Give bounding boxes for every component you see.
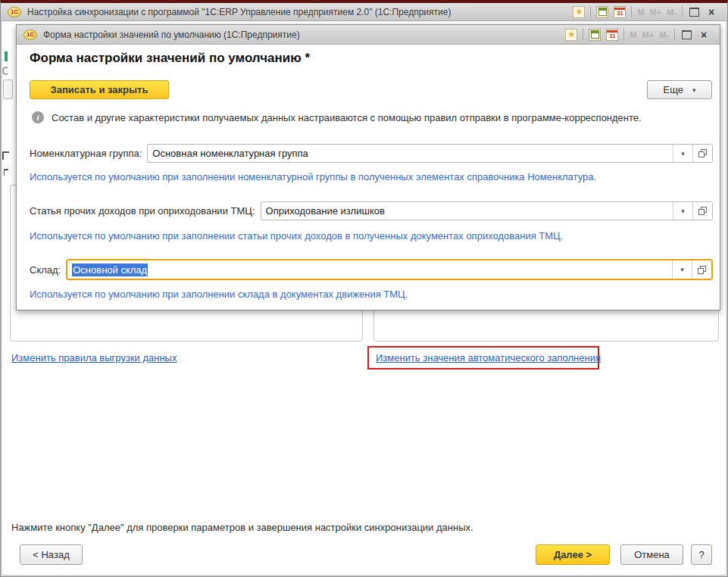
default-values-dialog: 1С Форма настройки значений по умолчанию…: [16, 24, 720, 310]
field-label: Склад:: [30, 264, 61, 276]
field-label: Номенклатурная группа:: [30, 148, 142, 159]
favorites-icon[interactable]: ★: [573, 6, 585, 18]
dropdown-button[interactable]: ▾: [672, 260, 692, 279]
chevron-down-icon: ▾: [681, 207, 685, 215]
occluded-content-fragment: [3, 80, 13, 99]
field-row-nomenclature-group: Номенклатурная группа: Основная номенкла…: [30, 144, 713, 163]
combobox-value[interactable]: Основной склад: [67, 260, 672, 279]
cancel-button[interactable]: Отмена: [620, 544, 683, 565]
change-autofill-values-link[interactable]: Изменить значения автоматического заполн…: [376, 352, 601, 363]
modal-title: Форма настройки значений по умолчанию (1…: [43, 30, 300, 40]
chevron-down-icon: ▾: [681, 150, 685, 158]
open-icon: [698, 149, 707, 158]
titlebar-divider: [623, 29, 624, 40]
calculator-icon[interactable]: [596, 6, 608, 18]
occluded-content-fragment: [2, 67, 9, 75]
open-button[interactable]: [692, 145, 712, 162]
memory-m-plus-button: М+: [642, 30, 655, 39]
change-upload-rules-link[interactable]: Изменить правила выгрузки данных: [11, 352, 177, 363]
occluded-content-fragment: [2, 151, 9, 160]
nomenclature-group-combobox: Основная номенклатурная группа ▾: [147, 144, 713, 163]
warehouse-combobox: Основной склад ▾: [66, 259, 713, 280]
calculator-icon[interactable]: [589, 29, 601, 41]
memory-m-button: М: [637, 8, 644, 17]
occluded-content-fragment: [4, 169, 8, 176]
close-icon[interactable]: ×: [705, 6, 717, 18]
field-hint: Используется по умолчанию при заполнении…: [30, 288, 408, 300]
field-row-other-income-item: Статья прочих доходов при оприходовании …: [30, 201, 713, 220]
chevron-down-icon: ▾: [692, 86, 696, 94]
info-text: Состав и другие характеристики получаемы…: [52, 112, 642, 123]
memory-m-button: М: [630, 30, 636, 39]
dropdown-button[interactable]: ▾: [673, 202, 692, 220]
combobox-value[interactable]: Оприходование излишков: [261, 202, 673, 220]
field-hint: Используется по умолчанию при заполнении…: [30, 230, 563, 242]
modal-titlebar: 1С Форма настройки значений по умолчанию…: [17, 25, 720, 45]
back-window: 1С Настройка синхронизации с программой …: [0, 0, 728, 577]
open-icon: [698, 207, 707, 215]
open-icon: [698, 266, 706, 274]
save-and-close-button[interactable]: Записать и закрыть: [30, 80, 169, 99]
next-button[interactable]: Далее >: [536, 544, 610, 565]
titlebar-divider: [674, 29, 675, 40]
occluded-content-fragment: [5, 51, 8, 61]
info-banner: i Состав и другие характеристики получае…: [32, 111, 642, 123]
memory-m-plus-button: М+: [650, 8, 662, 17]
info-icon: i: [32, 111, 44, 123]
back-button[interactable]: < Назад: [20, 544, 83, 565]
other-income-item-combobox: Оприходование излишков ▾: [261, 201, 713, 220]
help-button[interactable]: ?: [691, 544, 712, 565]
memory-m-minus-button: М-: [667, 8, 676, 17]
titlebar-divider: [583, 29, 583, 40]
open-button[interactable]: [692, 260, 711, 279]
favorites-icon[interactable]: ★: [565, 29, 577, 41]
close-icon[interactable]: ×: [698, 29, 710, 41]
field-row-warehouse: Склад: Основной склад ▾: [30, 259, 713, 280]
more-button[interactable]: Еще ▾: [647, 80, 712, 99]
selected-text: Основной склад: [72, 264, 148, 276]
memory-m-minus-button: М-: [659, 30, 669, 39]
open-button[interactable]: [692, 202, 712, 220]
highlight-box: Изменить значения автоматического заполн…: [367, 346, 599, 370]
maximize-icon[interactable]: [680, 29, 692, 41]
calendar-icon[interactable]: 31: [614, 6, 626, 18]
combobox-value[interactable]: Основная номенклатурная группа: [148, 145, 673, 162]
app-logo-icon: 1С: [23, 30, 37, 40]
back-window-titlebar: 1С Настройка синхронизации с программой …: [1, 3, 727, 21]
dropdown-button[interactable]: ▾: [673, 145, 692, 162]
dialog-heading: Форма настройки значений по умолчанию *: [30, 51, 310, 66]
back-window-title: Настройка синхронизации с программой "1С…: [27, 7, 451, 17]
wizard-hint-text: Нажмите кнопку "Далее" для проверки пара…: [11, 522, 473, 533]
more-button-label: Еще: [664, 84, 683, 95]
titlebar-divider: [631, 6, 632, 17]
titlebar-divider: [590, 6, 591, 17]
app-logo-icon: 1С: [8, 7, 21, 17]
calendar-icon[interactable]: 31: [606, 29, 618, 41]
field-hint: Используется по умолчанию при заполнении…: [30, 171, 596, 182]
maximize-icon[interactable]: [688, 6, 700, 18]
titlebar-divider: [682, 6, 683, 17]
field-label: Статья прочих доходов при оприходовании …: [30, 205, 255, 217]
chevron-down-icon: ▾: [680, 266, 684, 273]
